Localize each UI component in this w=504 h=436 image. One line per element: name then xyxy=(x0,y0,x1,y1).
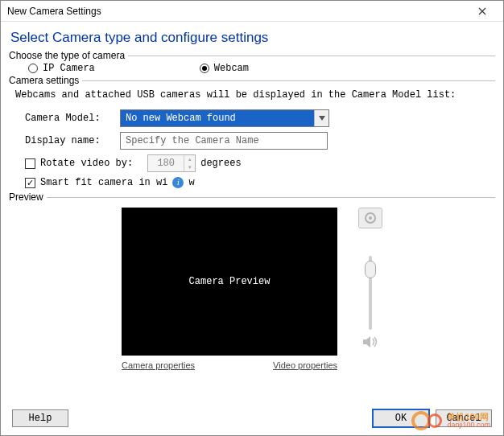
window-title: New Camera Settings xyxy=(7,6,101,17)
info-icon[interactable]: i xyxy=(172,177,184,188)
preview-legend: Preview xyxy=(9,191,47,203)
rotate-value: 180 xyxy=(148,155,184,171)
ok-button[interactable]: OK xyxy=(373,409,429,427)
radio-webcam[interactable]: Webcam xyxy=(200,63,249,74)
rotate-checkbox[interactable] xyxy=(25,158,35,169)
snapshot-button[interactable] xyxy=(358,208,382,228)
volume-slider[interactable] xyxy=(366,256,375,330)
radio-ip-label: IP Camera xyxy=(43,63,95,74)
rotate-label: Rotate video by: xyxy=(40,158,133,169)
camera-type-legend: Choose the type of camera xyxy=(9,50,128,61)
camera-preview-box: Camera Preview xyxy=(122,208,337,356)
rotate-spinner[interactable]: 180 ▲▼ xyxy=(147,154,196,172)
button-bar: Help OK Cancel xyxy=(1,409,503,427)
camera-model-select[interactable]: No new Webcam found xyxy=(120,109,329,127)
smartfit-label-prefix: Smart fit camera in wi xyxy=(40,177,167,188)
camera-properties-link[interactable]: Camera properties xyxy=(122,360,195,370)
spinner-arrows: ▲▼ xyxy=(184,155,195,171)
help-button[interactable]: Help xyxy=(12,409,68,427)
cancel-button[interactable]: Cancel xyxy=(436,409,492,427)
group-preview: Preview Camera Preview Camera properties… xyxy=(9,197,495,373)
camera-settings-hint: Webcams and attached USB cameras will be… xyxy=(12,88,495,107)
smartfit-label-suffix: w xyxy=(188,177,194,188)
radio-ip-camera[interactable]: IP Camera xyxy=(28,63,95,74)
camera-icon xyxy=(365,212,376,224)
camera-settings-legend: Camera settings xyxy=(9,75,82,86)
radio-webcam-label: Webcam xyxy=(214,63,249,74)
slider-thumb xyxy=(365,261,376,278)
close-button[interactable] xyxy=(466,2,498,21)
video-properties-link[interactable]: Video properties xyxy=(273,360,337,370)
rotate-units: degrees xyxy=(200,158,241,169)
radio-icon xyxy=(28,64,38,73)
smartfit-checkbox[interactable] xyxy=(25,178,35,188)
display-name-label: Display name: xyxy=(25,135,112,146)
camera-preview-text: Camera Preview xyxy=(189,276,271,287)
group-camera-settings: Camera settings Webcams and attached USB… xyxy=(9,80,495,191)
radio-icon xyxy=(200,64,209,73)
titlebar: New Camera Settings xyxy=(1,1,503,22)
display-name-placeholder: Specify the Camera Name xyxy=(126,135,259,146)
camera-model-label: Camera Model: xyxy=(25,113,112,124)
speaker-icon xyxy=(361,335,379,352)
group-camera-type: Choose the type of camera IP Camera Webc… xyxy=(9,56,495,74)
display-name-input[interactable]: Specify the Camera Name xyxy=(120,132,328,150)
camera-model-value: No new Webcam found xyxy=(121,110,314,126)
chevron-down-icon xyxy=(314,110,328,126)
